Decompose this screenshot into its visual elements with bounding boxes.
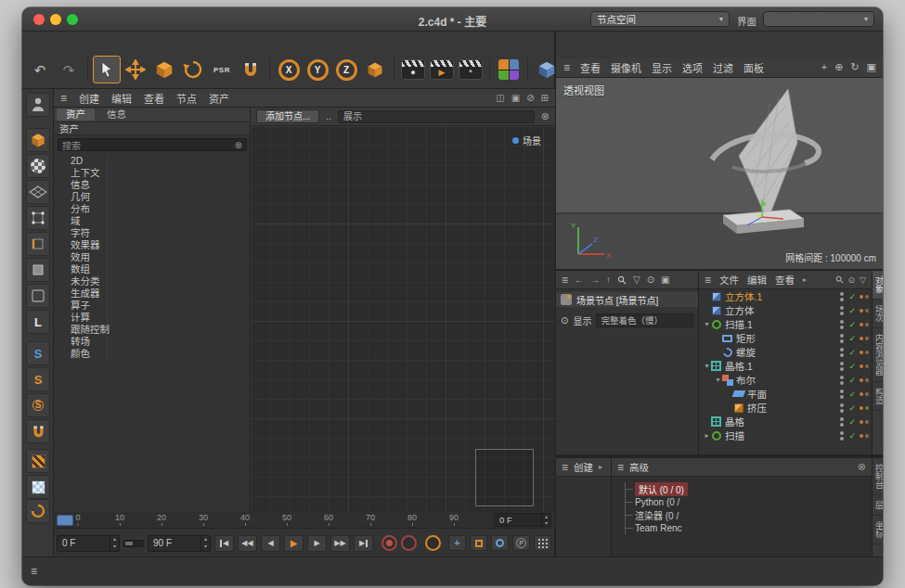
- polygons-mode-button[interactable]: [26, 258, 50, 282]
- category-item[interactable]: 未分类: [54, 275, 250, 288]
- category-item[interactable]: 域: [54, 215, 250, 227]
- redo-button[interactable]: ↷: [55, 56, 83, 83]
- vp-menu-panel[interactable]: 面板: [743, 60, 764, 75]
- take-item[interactable]: Team Renc: [626, 521, 688, 534]
- scale-tool[interactable]: [150, 56, 178, 83]
- node-space-select[interactable]: 节点空间 ▾: [590, 11, 730, 27]
- object-row[interactable]: ▾ 布尔 ✓: [699, 373, 872, 387]
- tab-console[interactable]: 控制台: [873, 458, 883, 495]
- expand-arrow-icon[interactable]: ▸: [703, 431, 711, 440]
- layer-dots[interactable]: [860, 392, 869, 396]
- layer-dots[interactable]: [860, 337, 869, 340]
- filter-icon[interactable]: ▽: [633, 275, 640, 285]
- live-selection-tool[interactable]: [93, 56, 121, 83]
- tab-structure[interactable]: 构造: [873, 382, 883, 411]
- x-axis-lock-button[interactable]: X: [275, 56, 303, 83]
- category-item[interactable]: 信息: [54, 179, 250, 191]
- goto-end-button[interactable]: ▶: [354, 535, 373, 552]
- visibility-dots[interactable]: [840, 334, 844, 343]
- slider-handle[interactable]: [125, 542, 133, 545]
- show-field[interactable]: 展示: [338, 110, 535, 123]
- category-item[interactable]: 字符: [54, 227, 250, 239]
- record-objects-button[interactable]: [401, 535, 417, 551]
- category-item[interactable]: 生成器: [54, 288, 250, 300]
- enabled-check-icon[interactable]: ✓: [848, 292, 856, 301]
- vp-menu-options[interactable]: 选项: [682, 60, 703, 75]
- menu-edit[interactable]: 编辑: [111, 91, 132, 106]
- edges-mode-button[interactable]: [26, 232, 50, 256]
- enabled-check-icon[interactable]: ✓: [848, 403, 856, 413]
- layer-dots[interactable]: [860, 309, 869, 313]
- enabled-check-icon[interactable]: ✓: [848, 320, 856, 329]
- tab-objects[interactable]: 对象: [873, 271, 883, 300]
- pan-view-icon[interactable]: +: [821, 61, 827, 73]
- layer-dots[interactable]: [860, 364, 869, 368]
- layer-dots[interactable]: [860, 434, 869, 438]
- object-row[interactable]: 平面 ✓: [699, 387, 872, 401]
- render-settings-button[interactable]: *: [457, 56, 485, 83]
- zoom-view-icon[interactable]: ⊕: [834, 61, 843, 73]
- stepper[interactable]: ▴▾: [110, 536, 119, 551]
- layer-dots[interactable]: [860, 295, 869, 299]
- enabled-check-icon[interactable]: ✓: [848, 390, 856, 399]
- magnet-snap-button[interactable]: [26, 419, 50, 443]
- close-icon[interactable]: ⊗: [541, 110, 549, 122]
- category-item[interactable]: 数组: [54, 263, 250, 275]
- enabled-check-icon[interactable]: ✓: [848, 431, 856, 441]
- timeline-ruler[interactable]: 0 10 20 30 40 50 60 70 80 90 0 F ▴▾: [54, 512, 555, 529]
- object-row[interactable]: 螺旋 ✓: [699, 345, 872, 359]
- keyframe-selection-button[interactable]: [534, 535, 551, 551]
- model-mode-button[interactable]: [26, 128, 50, 152]
- target-icon[interactable]: ⊙: [848, 275, 856, 285]
- next-frame-button[interactable]: ▶: [307, 535, 327, 552]
- rotate-view-icon[interactable]: ↻: [850, 61, 859, 73]
- layout-single-icon[interactable]: ▣: [511, 93, 520, 103]
- filter-icon[interactable]: ▽: [860, 275, 866, 285]
- record-keyframe-button[interactable]: [381, 535, 397, 551]
- snap-modes-button[interactable]: S: [26, 393, 50, 417]
- maximize-view-icon[interactable]: ▣: [867, 61, 876, 73]
- render-to-picture-viewer-button[interactable]: ▶: [428, 56, 456, 83]
- om-menu-file[interactable]: 文件: [719, 273, 739, 287]
- visibility-dots[interactable]: [840, 376, 844, 385]
- interface-select[interactable]: ▾: [763, 11, 874, 27]
- psr-tool[interactable]: PSR: [208, 56, 236, 83]
- category-item[interactable]: 跟随控制: [54, 324, 250, 336]
- layer-dots[interactable]: [860, 378, 869, 382]
- category-item[interactable]: 效果器: [54, 239, 250, 251]
- menu-icon[interactable]: ≡: [705, 274, 711, 287]
- lock-icon[interactable]: ⊘: [526, 93, 534, 103]
- visibility-dots[interactable]: [840, 362, 844, 371]
- menu-create[interactable]: 创建: [79, 91, 99, 106]
- layer-dots[interactable]: [860, 406, 869, 410]
- extra-mode-button[interactable]: [26, 499, 50, 523]
- category-item[interactable]: 分布: [54, 203, 250, 215]
- menu-node[interactable]: 节点: [176, 91, 197, 106]
- snap-settings-button[interactable]: [237, 56, 265, 83]
- z-axis-lock-button[interactable]: Z: [332, 56, 360, 83]
- tab-layers[interactable]: 层: [873, 495, 883, 516]
- layer-dots[interactable]: [860, 323, 869, 326]
- start-frame-field[interactable]: 0 F ▴▾: [57, 535, 120, 552]
- object-row[interactable]: 立方体.1 ✓: [699, 289, 872, 303]
- autokey-button[interactable]: [425, 535, 441, 551]
- render-view-button[interactable]: ●: [399, 56, 427, 83]
- enable-axis-button[interactable]: L: [26, 310, 50, 334]
- enabled-check-icon[interactable]: ✓: [848, 362, 856, 371]
- target-icon[interactable]: ⊙: [647, 275, 654, 285]
- enabled-check-icon[interactable]: ✓: [848, 348, 856, 357]
- record-position-toggle[interactable]: +: [448, 535, 466, 551]
- radio-icon[interactable]: ⊙: [561, 315, 568, 326]
- category-item[interactable]: 转场: [54, 336, 250, 348]
- coordinate-system-button[interactable]: [361, 56, 389, 83]
- enabled-check-icon[interactable]: ✓: [848, 376, 856, 385]
- search-icon[interactable]: [835, 275, 844, 284]
- assets-search-input[interactable]: 搜索 ⊗: [58, 138, 247, 151]
- take-item[interactable]: 默认 (0 / 0): [626, 482, 688, 495]
- menu-icon[interactable]: ≡: [60, 92, 67, 105]
- visibility-dots[interactable]: [840, 403, 844, 413]
- current-frame-field[interactable]: 0 F ▴▾: [494, 513, 551, 527]
- previous-frame-button[interactable]: ◀: [261, 535, 280, 552]
- menu-icon[interactable]: ≡: [31, 565, 37, 578]
- enabled-check-icon[interactable]: ✓: [848, 306, 856, 315]
